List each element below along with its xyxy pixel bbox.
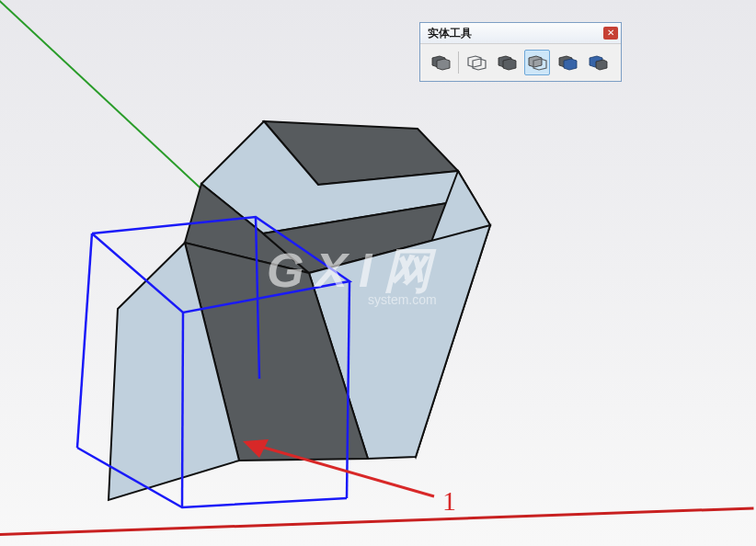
svg-marker-11: [564, 59, 577, 70]
svg-marker-5: [473, 59, 486, 70]
union-icon: [497, 54, 517, 71]
panel-title: 实体工具: [428, 26, 472, 41]
split-icon: [588, 54, 608, 71]
intersect-icon: [466, 54, 487, 71]
svg-marker-8: [529, 56, 542, 67]
close-button[interactable]: ✕: [603, 27, 618, 40]
toolbar-separator: [458, 51, 459, 74]
subtract-icon: [527, 54, 547, 71]
svg-marker-13: [596, 60, 607, 70]
trim-icon: [557, 54, 578, 71]
solid-tools-panel[interactable]: 实体工具 ✕: [419, 22, 622, 82]
svg-marker-4: [468, 56, 481, 67]
annotation-arrow: [241, 434, 443, 507]
panel-body: [420, 44, 621, 81]
subtract-button[interactable]: [524, 50, 550, 75]
close-icon: ✕: [607, 28, 614, 38]
outer-shell-icon: [430, 54, 451, 71]
union-button[interactable]: [494, 50, 520, 75]
svg-marker-3: [437, 59, 450, 70]
split-button[interactable]: [585, 50, 611, 75]
solid-tools-toolbar: [428, 50, 613, 75]
intersect-button[interactable]: [464, 50, 489, 75]
annotation-label-1: 1: [442, 485, 456, 517]
trim-button[interactable]: [555, 50, 580, 75]
sketchup-viewport[interactable]: G X I 网 system.com 1 实体工具 ✕: [0, 0, 756, 546]
svg-marker-7: [503, 59, 516, 70]
svg-line-0: [255, 445, 434, 496]
panel-titlebar[interactable]: 实体工具 ✕: [420, 23, 621, 44]
outer-shell-button[interactable]: [428, 50, 453, 75]
